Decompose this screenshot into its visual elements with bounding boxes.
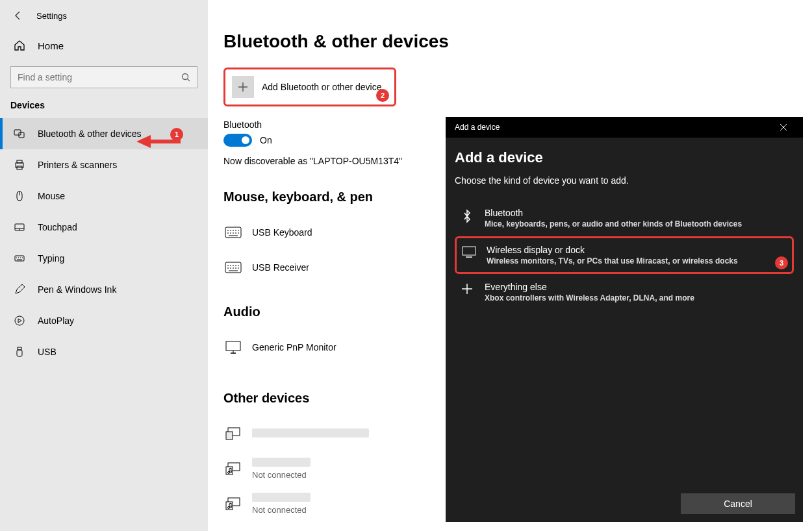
window-title: Settings [36,11,67,21]
printer-icon [13,159,26,171]
device-name: Generic PnP Monitor [252,342,336,352]
keyboard-icon [13,253,26,264]
plus-icon [459,283,476,303]
redacted-text [252,458,311,467]
device-name: USB Receiver [252,262,309,273]
nav-label: Printers & scanners [38,160,117,170]
nav-autoplay[interactable]: AutoPlay [0,305,208,336]
redacted-text [252,493,311,502]
svg-rect-12 [15,256,24,261]
nav-label: AutoPlay [38,315,74,326]
nav-label: Pen & Windows Ink [38,284,116,295]
nav-pen[interactable]: Pen & Windows Ink [0,274,208,305]
device-status: Not connected [252,470,311,480]
section-label: Devices [0,100,208,118]
display-icon [461,246,477,266]
option-bluetooth[interactable]: BluetoothMice, keyboards, pens, or audio… [455,200,794,236]
option-wireless-display[interactable]: Wireless display or dockWireless monitor… [455,236,794,274]
close-icon [780,123,787,131]
search-icon [181,73,190,82]
keyboard-device-icon [223,223,243,242]
add-device-label: Add Bluetooth or other device [262,82,381,92]
bluetooth-toggle[interactable] [223,134,252,147]
option-everything-else[interactable]: Everything elseXbox controllers with Wir… [455,274,794,310]
svg-rect-49 [226,341,240,351]
option-title: Wireless display or dock [487,245,738,255]
devices-icon [13,128,26,140]
nav-list: Bluetooth & other devices Printers & sca… [0,118,208,367]
option-title: Bluetooth [485,208,742,218]
dialog-heading: Add a device [455,149,794,166]
svg-point-0 [183,74,188,80]
close-button[interactable] [773,117,794,138]
home-label: Home [38,40,64,51]
search-input-container[interactable] [10,66,197,88]
nav-mouse[interactable]: Mouse [0,180,208,212]
dialog-titlebar-text: Add a device [455,123,500,132]
plus-icon [232,76,254,98]
media-device-icon [223,459,243,478]
page-title: Bluetooth & other devices [223,31,812,52]
svg-rect-20 [17,350,22,356]
nav-label: USB [38,347,57,357]
svg-rect-19 [18,347,21,350]
arrow-left-icon [13,10,23,21]
svg-rect-25 [225,227,241,238]
home-icon [13,40,26,51]
cancel-label: Cancel [724,499,752,509]
svg-line-1 [188,79,190,82]
svg-point-18 [15,316,24,325]
nav-label: Mouse [38,191,65,201]
option-desc: Mice, keyboards, pens, or audio and othe… [485,219,742,228]
sidebar: Settings Home Devices Bluetooth & other … [0,0,208,531]
nav-printers[interactable]: Printers & scanners [0,149,208,180]
device-generic-icon [223,424,243,443]
svg-rect-37 [225,262,241,273]
option-title: Everything else [485,282,694,292]
annotation-badge-1: 1 [170,128,183,141]
annotation-badge-2: 2 [376,89,389,102]
device-name: USB Keyboard [252,227,312,238]
nav-label: Bluetooth & other devices [38,129,142,139]
back-button[interactable] [10,8,26,23]
svg-rect-64 [463,247,476,255]
dialog-subtitle: Choose the kind of device you want to ad… [455,175,794,186]
dialog-body: Add a device Choose the kind of device y… [446,138,803,486]
pen-icon [13,284,26,295]
nav-label: Typing [38,253,64,264]
nav-usb[interactable]: USB [0,336,208,367]
mouse-icon [13,190,26,202]
device-status: Not connected [252,505,311,515]
autoplay-icon [13,315,26,327]
nav-touchpad[interactable]: Touchpad [0,212,208,243]
bluetooth-icon [459,209,476,228]
nav-label: Touchpad [38,222,77,232]
nav-typing[interactable]: Typing [0,243,208,274]
cancel-button[interactable]: Cancel [681,493,795,514]
add-device-button[interactable]: Add Bluetooth or other device 2 [223,68,396,106]
add-device-dialog: Add a device Add a device Choose the kin… [446,117,803,522]
svg-rect-5 [17,160,22,163]
option-desc: Xbox controllers with Wireless Adapter, … [485,293,694,303]
annotation-badge-3: 3 [775,256,788,269]
titlebar: Settings [0,0,208,31]
toggle-state: On [260,135,272,145]
touchpad-icon [13,221,26,233]
dialog-footer: Cancel [446,486,803,522]
svg-rect-53 [226,432,233,439]
monitor-icon [223,338,243,357]
media-device-icon [223,494,243,513]
keyboard-device-icon [223,258,243,277]
dialog-titlebar: Add a device [446,117,803,138]
option-desc: Wireless monitors, TVs, or PCs that use … [487,256,738,266]
redacted-text [252,428,369,438]
home-button[interactable]: Home [0,31,208,60]
usb-icon [13,346,26,358]
search-input[interactable] [18,72,181,82]
